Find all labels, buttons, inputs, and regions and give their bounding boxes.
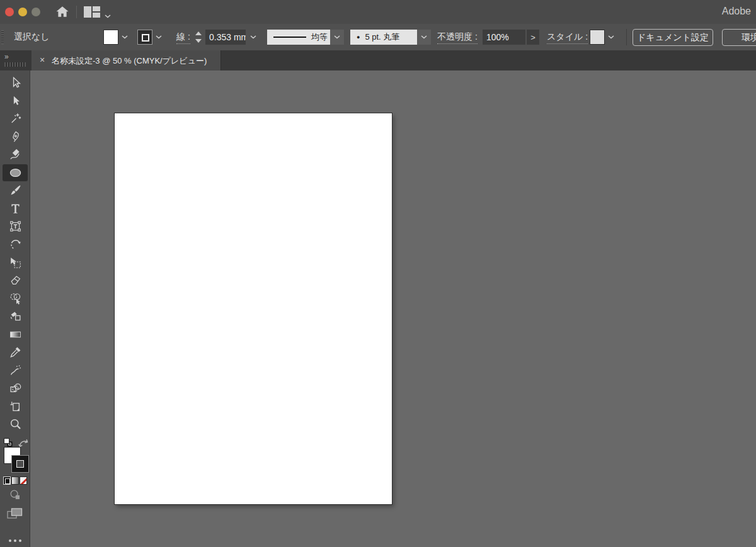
curvature-tool[interactable] [3,146,28,163]
control-bar-grip[interactable] [1,30,4,44]
live-paint-bucket-tool[interactable] [3,308,28,325]
style-panel-link[interactable]: スタイル : [547,31,588,44]
arrange-pane-top [93,6,100,11]
blend-tool[interactable] [3,380,28,397]
none-button[interactable] [20,477,27,485]
fill-color-swatch[interactable] [103,30,118,45]
rotate-tool[interactable] [3,236,28,253]
drawing-mode-button[interactable] [9,488,21,501]
zoom-window-button[interactable] [32,8,40,16]
stroke-proxy-swatch[interactable] [12,456,28,472]
color-button-inner [5,478,10,484]
toolbar-expand-button[interactable]: » [4,52,9,61]
ellipse-tool[interactable] [3,164,28,181]
stroke-ring-icon [142,34,149,42]
default-fill-stroke-icon[interactable] [3,437,13,448]
style-chevron-icon[interactable] [605,30,617,45]
document-tab[interactable]: × 名称未設定-3 @ 50 % (CMYK/プレビュー) [32,50,221,70]
free-transform-tool[interactable] [3,254,28,271]
arrange-pane-bottom [93,13,100,18]
artboard-tool[interactable] [3,398,28,415]
stroke-color-swatch[interactable] [137,30,152,45]
document-setup-button[interactable]: ドキュメント設定 [633,29,713,46]
tools-panel [0,70,30,547]
stroke-color-chevron-icon[interactable] [152,30,165,45]
eyedropper-tool[interactable] [3,344,28,361]
pen-tool[interactable] [3,128,28,145]
titlebar-divider [76,6,77,18]
color-button[interactable] [3,477,11,485]
artboard[interactable] [115,113,392,504]
shape-builder-tool[interactable] [3,290,28,307]
home-icon[interactable] [54,4,71,20]
type-tool[interactable] [3,200,28,217]
eraser-tool[interactable] [3,272,28,289]
brush-chevron-icon[interactable] [417,30,431,45]
paintbrush-tool[interactable] [3,182,28,199]
width-profile-chevron-icon[interactable] [330,30,344,45]
stroke-weight-chevron-icon[interactable] [247,30,260,45]
arrange-pane-left [84,6,91,18]
tab-title: 名称未設定-3 @ 50 % (CMYK/プレビュー) [52,55,207,67]
adobe-brand-label: Adobe [722,6,751,17]
control-bar-divider [626,29,627,45]
control-bar: 選択なし 線 : 0.353 mm 均等 ● 5 pt. 丸筆 不透明度 : 1… [0,24,756,51]
none-slash-icon [20,477,27,485]
opacity-input[interactable]: 100% [483,30,525,45]
stroke-weight-input[interactable]: 0.353 mm [205,30,246,45]
title-bar: Adobe [0,0,756,25]
direct-selection-tool[interactable] [3,93,28,110]
opacity-more-options-button[interactable]: > [527,30,539,45]
minimize-window-button[interactable] [18,8,27,16]
stroke-proxy-hole [16,460,24,468]
width-profile-dropdown[interactable]: 均等 [267,30,330,45]
graphic-style-swatch[interactable] [590,30,605,45]
brush-preview-dot: ● [357,34,360,40]
stroke-weight-stepper[interactable] [195,31,202,43]
close-window-button[interactable] [5,8,14,16]
opacity-panel-link[interactable]: 不透明度 : [437,31,478,44]
magic-wand-tool[interactable] [3,110,28,127]
arrange-documents-icon[interactable] [84,6,100,18]
width-profile-value: 均等 [311,31,328,43]
gradient-button[interactable] [11,477,19,485]
edit-toolbar-ellipsis-icon[interactable] [0,533,30,544]
brush-value: 5 pt. 丸筆 [365,31,399,43]
tab-close-icon[interactable]: × [38,55,47,65]
document-tab-bar: » × 名称未設定-3 @ 50 % (CMYK/プレビュー) [0,50,756,70]
selection-tool[interactable] [3,74,28,91]
screen-mode-button[interactable] [6,507,23,521]
symbol-sprayer-tool[interactable] [3,362,28,379]
toolbar-drag-grip[interactable] [4,62,26,67]
zoom-tool[interactable] [3,415,28,432]
chevron-down-icon[interactable] [105,9,112,14]
preferences-button[interactable]: 環境設定 [722,29,756,46]
swap-fill-stroke-icon[interactable] [18,438,29,448]
touch-type-tool[interactable] [3,218,28,235]
selection-status-label: 選択なし [14,31,50,43]
gradient-tool[interactable] [3,326,28,343]
brush-dropdown[interactable]: ● 5 pt. 丸筆 [350,30,417,45]
stroke-panel-link[interactable]: 線 : [176,31,190,44]
width-profile-preview-line [273,37,306,38]
fill-color-chevron-icon[interactable] [118,30,131,45]
